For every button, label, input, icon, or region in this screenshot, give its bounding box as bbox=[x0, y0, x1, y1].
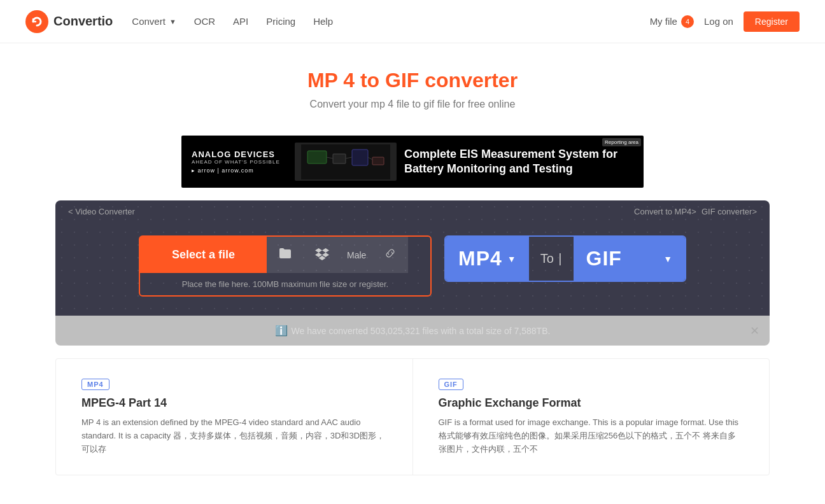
format-to-text: To | bbox=[529, 251, 574, 266]
gif-description: GIF is a format used for image exchange.… bbox=[439, 416, 744, 456]
mp4-title: MPEG-4 Part 14 bbox=[81, 396, 387, 410]
svg-rect-3 bbox=[333, 154, 346, 164]
file-name: Male bbox=[341, 250, 372, 260]
ad-arrow: ▸ arrow | arrow.com bbox=[192, 167, 254, 174]
converter-section: < Video Converter Convert to MP4> GIF co… bbox=[55, 200, 770, 316]
svg-point-0 bbox=[25, 10, 48, 33]
ad-logo: ANALOG DEVICES AHEAD OF WHAT'S POSSIBLE … bbox=[192, 150, 287, 174]
notification-text: We have converted 503,025,321 files with… bbox=[292, 326, 551, 336]
format-from-label: MP4 bbox=[458, 247, 502, 270]
main-nav: Convert ▼ OCR API Pricing Help bbox=[132, 16, 649, 27]
info-mp4: MP4 MPEG-4 Part 14 MP 4 is an extension … bbox=[56, 359, 413, 475]
format-cursor: | bbox=[558, 251, 561, 265]
svg-rect-5 bbox=[372, 157, 384, 165]
ad-corner-label: Reporting area bbox=[602, 138, 641, 146]
format-to-button[interactable]: GIF ▼ bbox=[574, 237, 685, 281]
format-from-chevron: ▼ bbox=[507, 254, 516, 264]
notification-bar: ℹ️ We have converted 503,025,321 files w… bbox=[55, 316, 770, 346]
hero-section: MP 4 to GIF converter Convert your mp 4 … bbox=[0, 43, 825, 123]
breadcrumb-convert-mp4[interactable]: Convert to MP4> bbox=[634, 207, 696, 216]
logo-icon bbox=[25, 10, 48, 33]
header-right: My file 4 Log on Register bbox=[650, 11, 800, 32]
breadcrumb-video-converter[interactable]: < Video Converter bbox=[68, 207, 135, 216]
dropbox-icon[interactable] bbox=[304, 237, 341, 272]
page-title: MP 4 to GIF converter bbox=[13, 69, 812, 92]
format-to-label: GIF bbox=[586, 247, 622, 270]
svg-rect-4 bbox=[352, 150, 368, 165]
notification-icon: ℹ️ bbox=[275, 325, 288, 337]
gif-title: Graphic Exchange Format bbox=[439, 396, 744, 410]
format-selector: MP4 ▼ To | GIF ▼ bbox=[444, 235, 686, 282]
info-section: MP4 MPEG-4 Part 14 MP 4 is an extension … bbox=[55, 358, 770, 475]
file-count-badge: 4 bbox=[681, 15, 694, 28]
mp4-badge: MP4 bbox=[81, 379, 109, 390]
file-actions: Male bbox=[267, 237, 408, 273]
breadcrumb: < Video Converter Convert to MP4> GIF co… bbox=[55, 200, 770, 223]
ad-inner: ANALOG DEVICES AHEAD OF WHAT'S POSSIBLE … bbox=[181, 136, 644, 188]
nav-api[interactable]: API bbox=[233, 16, 248, 27]
ad-tagline: AHEAD OF WHAT'S POSSIBLE bbox=[192, 159, 280, 165]
my-file-label: My file bbox=[650, 16, 677, 27]
hero-subtitle: Convert your mp 4 file to gif file for f… bbox=[13, 99, 812, 110]
select-file-button[interactable]: Select a file bbox=[140, 237, 267, 273]
login-button[interactable]: Log on bbox=[704, 16, 733, 27]
ad-image bbox=[295, 143, 397, 181]
logo-link[interactable]: Convertio bbox=[25, 10, 113, 33]
format-from-button[interactable]: MP4 ▼ bbox=[446, 237, 529, 281]
info-gif: GIF Graphic Exchange Format GIF is a for… bbox=[413, 359, 770, 475]
link-icon[interactable] bbox=[372, 238, 408, 272]
nav-ocr[interactable]: OCR bbox=[194, 16, 215, 27]
converter-main: Select a file Male bbox=[55, 223, 770, 316]
notification-close-icon[interactable]: ✕ bbox=[750, 324, 759, 338]
nav-convert[interactable]: Convert ▼ bbox=[132, 16, 176, 27]
file-drop-area[interactable]: Select a file Male bbox=[139, 235, 432, 297]
breadcrumb-left: < Video Converter bbox=[68, 207, 135, 216]
chevron-down-icon: ▼ bbox=[169, 18, 176, 25]
nav-help[interactable]: Help bbox=[313, 16, 333, 27]
breadcrumb-right: Convert to MP4> GIF converter> bbox=[634, 207, 757, 216]
ad-banner[interactable]: ANALOG DEVICES AHEAD OF WHAT'S POSSIBLE … bbox=[181, 136, 644, 188]
breadcrumb-gif-converter[interactable]: GIF converter> bbox=[702, 207, 757, 216]
format-to-chevron: ▼ bbox=[663, 254, 672, 264]
svg-rect-2 bbox=[307, 151, 327, 164]
folder-icon[interactable] bbox=[267, 238, 304, 272]
nav-pricing[interactable]: Pricing bbox=[266, 16, 295, 27]
file-top-row: Select a file Male bbox=[140, 237, 430, 273]
gif-badge: GIF bbox=[439, 379, 463, 390]
register-button[interactable]: Register bbox=[744, 11, 800, 32]
mp4-description: MP 4 is an extension defined by the MPEG… bbox=[81, 416, 387, 456]
ad-brand: ANALOG DEVICES bbox=[192, 150, 275, 159]
file-hint: Place the file here. 100MB maximum file … bbox=[140, 273, 430, 295]
ad-text: Complete EIS Measurement System for Batt… bbox=[404, 147, 633, 177]
header: Convertio Convert ▼ OCR API Pricing Help… bbox=[0, 0, 825, 43]
logo-text: Convertio bbox=[53, 14, 113, 29]
my-file-button[interactable]: My file 4 bbox=[650, 15, 694, 28]
